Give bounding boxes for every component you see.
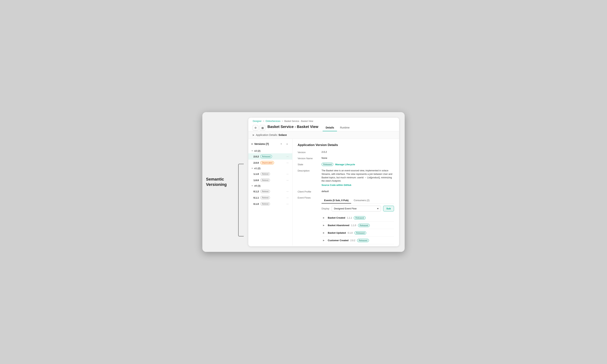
- event-chevron-0: ▶: [323, 217, 326, 219]
- event-version-1: 1.1.0: [351, 224, 356, 227]
- detail-row-event-flows: Event Flows Events (5 Sub, 0 Pub) Consum…: [298, 196, 394, 246]
- version-item-0.1.2[interactable]: 0.1.2 Retired ···: [248, 188, 292, 195]
- version-num-1.0.0: 1.0.0: [253, 179, 259, 182]
- version-more-1.0.0[interactable]: ···: [286, 178, 289, 182]
- event-flows-label: Event Flows: [298, 196, 321, 199]
- version-item-2.0.0[interactable]: 2.0.0 Deprecated ···: [248, 160, 292, 166]
- event-badge-1: Released: [358, 224, 370, 227]
- breadcrumb-current: Basket Service - Basket View: [284, 120, 313, 122]
- version-num-1.1.0: 1.1.0: [253, 173, 259, 175]
- collapse-versions-btn[interactable]: «: [285, 142, 289, 146]
- badge-retired-1.0.0: Retired: [260, 179, 270, 182]
- version-group-v2[interactable]: ▼ v2 (2): [248, 148, 292, 153]
- versions-header: ≡ Versions (7) + «: [248, 142, 292, 148]
- breadcrumb-designer[interactable]: Designer: [253, 120, 262, 122]
- version-item-0.1.1[interactable]: 0.1.1 Retired ···: [248, 195, 292, 201]
- event-item-customer-updated[interactable]: ▶ Customer Updated 2.0.1 Released: [321, 245, 394, 246]
- version-more-2.0.0[interactable]: ···: [286, 161, 289, 165]
- version-item-1.0.0[interactable]: 1.0.0 Retired ···: [248, 177, 292, 183]
- display-row: Display Designed Event Flow ▾ Sub: [321, 206, 394, 211]
- version-more-0.1.2[interactable]: ···: [286, 190, 289, 193]
- detail-row-version-name: Version Name None: [298, 157, 394, 160]
- badge-released-2.0.2: Released: [260, 155, 272, 158]
- detail-row-version: Version 2.0.2: [298, 151, 394, 154]
- version-label: Version: [298, 151, 321, 154]
- v1-label: v1 (2): [254, 167, 261, 170]
- version-name-value: None: [321, 157, 394, 159]
- version-item-1.1.0[interactable]: 1.1.0 Retired ···: [248, 171, 292, 177]
- versions-panel: ≡ Versions (7) + « ▼ v2 (2) 2.0.2: [248, 139, 292, 246]
- event-badge-3: Released: [357, 239, 369, 242]
- event-flows-section: Events (5 Sub, 0 Pub) Consumers (2) Disp…: [321, 197, 394, 246]
- v2-chevron: ▼: [251, 150, 253, 152]
- version-left: 2.0.0 Deprecated: [253, 161, 274, 164]
- event-item-basket-abandoned[interactable]: ▶ Basket Abandoned 1.1.0 Released: [321, 222, 394, 229]
- v2-label: v2 (2): [254, 149, 261, 152]
- breadcrumb-sep-2: >: [282, 120, 284, 122]
- breadcrumb-online-services[interactable]: OnlineServices: [266, 120, 280, 122]
- tab-details[interactable]: Details: [323, 124, 337, 131]
- description-text: The Basket view is an event-sourced view…: [321, 169, 392, 182]
- event-item-basket-created[interactable]: ▶ Basket Created 1.1.1 Released: [321, 214, 394, 221]
- state-badge: Released: [321, 163, 333, 166]
- version-more-2.0.2[interactable]: ···: [286, 155, 289, 158]
- version-group-v0[interactable]: ▼ v0 (3): [248, 183, 292, 188]
- event-badge-0: Released: [354, 216, 366, 220]
- description-value: The Basket view is an event-sourced view…: [321, 169, 394, 187]
- v0-chevron: ▼: [251, 185, 253, 187]
- breadcrumb: Designer > OnlineServices > Basket Servi…: [248, 118, 399, 123]
- add-version-btn[interactable]: +: [279, 142, 283, 146]
- sub-button[interactable]: Sub: [383, 206, 394, 211]
- version-group-v1[interactable]: ▼ v1 (2): [248, 166, 292, 171]
- version-num-0.1.1: 0.1.1: [253, 196, 259, 199]
- event-badge-2: Released: [355, 231, 366, 234]
- versions-icon: ≡: [251, 143, 253, 145]
- event-chevron-1: ▶: [323, 224, 326, 226]
- gear-icon-btn[interactable]: ⚙: [253, 125, 258, 130]
- version-item-0.1.0[interactable]: 0.1.0 Retired ···: [248, 201, 292, 207]
- version-more-1.1.0[interactable]: ···: [286, 172, 289, 176]
- app-details-bar[interactable]: ▶ Application Details: Solace: [248, 131, 399, 139]
- event-chevron-2: ▶: [323, 232, 326, 234]
- event-version-0: 1.1.1: [347, 217, 352, 219]
- tab-runtime[interactable]: Runtime: [337, 124, 352, 131]
- description-label: Description: [298, 169, 321, 172]
- version-more-0.1.1[interactable]: ···: [286, 196, 289, 199]
- event-item-customer-created[interactable]: ▶ Customer Created 2.0.2 Released: [321, 237, 394, 244]
- v0-label: v0 (3): [254, 184, 261, 187]
- version-item-2.0.2[interactable]: 2.0.2 Released ···: [248, 153, 292, 160]
- display-label: Display: [321, 207, 330, 210]
- display-select[interactable]: Designed Event Flow ▾: [332, 206, 381, 211]
- chevron-down-icon: ▾: [377, 207, 379, 210]
- grid-icon-btn[interactable]: ▦: [260, 125, 265, 130]
- badge-retired-0.1.0: Retired: [260, 202, 270, 206]
- version-num-0.1.2: 0.1.2: [253, 190, 259, 193]
- source-code-link[interactable]: Source Code within GitHub: [321, 183, 394, 187]
- version-left: 1.0.0 Retired: [253, 179, 270, 182]
- version-more-0.1.0[interactable]: ···: [286, 202, 289, 206]
- ef-tab-consumers[interactable]: Consumers (2): [351, 197, 372, 204]
- event-flows-tabs: Events (5 Sub, 0 Pub) Consumers (2): [321, 197, 394, 204]
- event-name-1: Basket Abandoned: [328, 224, 349, 227]
- versions-title-text: Versions (7): [254, 143, 269, 145]
- badge-retired-0.1.1: Retired: [260, 196, 270, 199]
- badge-retired-0.1.2: Retired: [260, 190, 270, 193]
- body-split: ≡ Versions (7) + « ▼ v2 (2) 2.0.2: [248, 139, 399, 246]
- event-name-0: Basket Created: [328, 216, 345, 219]
- bracket-annotation: [238, 164, 244, 236]
- state-row: Released Manage Lifecycle: [321, 163, 394, 166]
- version-left: 1.1.0 Retired: [253, 172, 270, 176]
- app-details-label: Application Details:: [256, 133, 278, 136]
- ef-tab-events[interactable]: Events (5 Sub, 0 Pub): [321, 197, 351, 204]
- state-label: State: [298, 163, 321, 166]
- version-left: 0.1.2 Retired: [253, 190, 270, 193]
- event-item-basket-updated[interactable]: ▶ Basket Updated 0.1.0 Released: [321, 229, 394, 237]
- header: ⚙ ▦ Basket Service - Basket View Details…: [248, 123, 399, 131]
- version-name-label: Version Name: [298, 157, 321, 160]
- versions-actions: + «: [279, 142, 289, 146]
- semantic-versioning-annotation: Semantic Versioning: [206, 177, 236, 187]
- manage-lifecycle-link[interactable]: Manage Lifecycle: [335, 163, 355, 166]
- app-details-value: Solace: [278, 133, 287, 136]
- badge-deprecated-2.0.0: Deprecated: [260, 161, 274, 164]
- header-tabs: Details Runtime: [323, 124, 352, 131]
